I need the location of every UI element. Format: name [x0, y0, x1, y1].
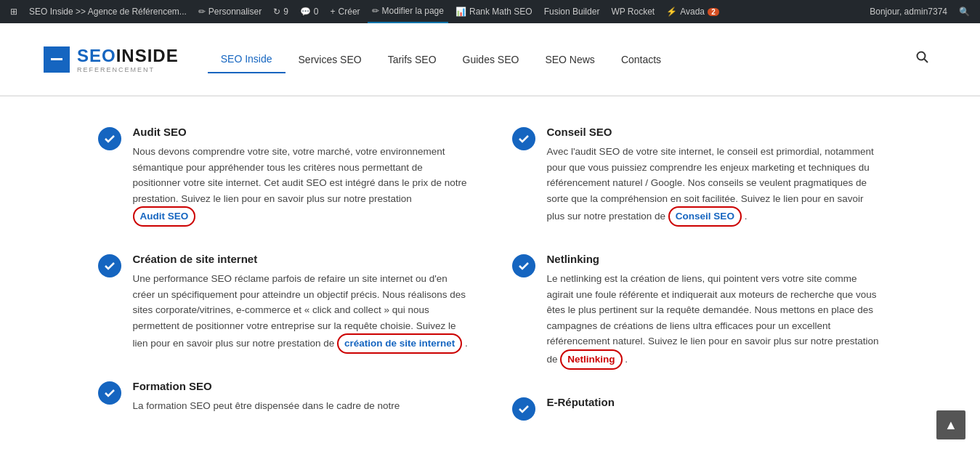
service-desc-audit-seo: Nous devons comprendre votre site, votre…	[133, 144, 469, 227]
nav-seo-news[interactable]: SEO News	[532, 46, 607, 73]
create-link[interactable]: + Créer	[326, 0, 365, 23]
service-title-e-reputation: E-Réputation	[547, 396, 615, 408]
scroll-top-icon: ▲	[944, 418, 957, 433]
nav-seo-inside[interactable]: SEO Inside	[208, 46, 286, 73]
avada-badge: 2	[708, 8, 719, 16]
service-content-conseil-seo: Conseil SEO Avec l'audit SEO de votre si…	[547, 126, 883, 227]
fusion-builder-link[interactable]: Fusion Builder	[540, 0, 604, 23]
main-nav: SEO Inside Services SEO Tarifs SEO Guide…	[208, 46, 909, 73]
user-greeting-text: Bonjour, admin7374	[870, 7, 947, 17]
service-creation-site: Création de site internet Une performanc…	[98, 253, 469, 354]
rank-math-link[interactable]: 📊 Rank Math SEO	[451, 0, 537, 23]
customize-link[interactable]: ✏ Personnaliser	[194, 0, 266, 23]
site-name-link[interactable]: SEO Inside >> Agence de Référencem...	[25, 0, 191, 23]
wordpress-icon: ⊞	[10, 7, 17, 17]
service-content-audit-seo: Audit SEO Nous devons comprendre votre s…	[133, 126, 469, 227]
wp-rocket-link[interactable]: WP Rocket	[607, 0, 659, 23]
logo-seo: SEO	[77, 46, 116, 65]
comments-link[interactable]: 💬 0	[296, 0, 323, 23]
logo-tagline: REFERENCEMENT	[77, 66, 179, 73]
service-icon-formation-seo	[98, 381, 121, 405]
customize-label: Personnaliser	[208, 7, 262, 17]
content-area: Audit SEO Nous devons comprendre votre s…	[54, 97, 926, 454]
conseil-seo-link-circle: Conseil SEO	[668, 211, 745, 222]
service-icon-audit-seo	[98, 127, 121, 150]
user-greeting-link[interactable]: Bonjour, admin7374	[865, 0, 952, 23]
site-header: SEOINSIDE REFERENCEMENT SEO Inside Servi…	[0, 23, 980, 96]
netlinking-link[interactable]: Netlinking	[560, 349, 622, 370]
creation-site-link-circle: création de site internet	[337, 338, 465, 349]
logo-box	[44, 46, 70, 73]
nav-guides-seo[interactable]: Guides SEO	[450, 46, 532, 73]
creation-site-link[interactable]: création de site internet	[337, 333, 462, 354]
checkmark-icon	[104, 133, 116, 145]
service-desc-formation-seo: La formation SEO peut être dispensée dan…	[133, 398, 400, 414]
service-content-formation-seo: Formation SEO La formation SEO peut être…	[133, 380, 400, 414]
search-icon	[916, 51, 929, 64]
checkmark-icon-4	[518, 133, 530, 145]
site-wrapper: SEOINSIDE REFERENCEMENT SEO Inside Servi…	[0, 23, 980, 454]
site-name-text: SEO Inside >> Agence de Référencem...	[29, 7, 187, 17]
create-icon: +	[331, 7, 336, 17]
search-button[interactable]	[909, 44, 936, 75]
admin-bar: ⊞ SEO Inside >> Agence de Référencem... …	[0, 0, 980, 23]
checkmark-icon-5	[518, 260, 530, 272]
conseil-seo-link[interactable]: Conseil SEO	[668, 206, 742, 227]
create-label: Créer	[339, 7, 360, 17]
service-desc-conseil-seo: Avec l'audit SEO de votre site internet,…	[547, 144, 883, 227]
service-content-e-reputation: E-Réputation	[547, 396, 615, 414]
service-formation-seo: Formation SEO La formation SEO peut être…	[98, 380, 469, 414]
updates-icon: ↻	[273, 7, 280, 17]
nav-tarifs-seo[interactable]: Tarifs SEO	[375, 46, 450, 73]
checkmark-icon-6	[518, 403, 530, 415]
logo-inside: INSIDE	[116, 46, 179, 65]
logo-icon	[49, 52, 64, 67]
right-column: Conseil SEO Avec l'audit SEO de votre si…	[512, 126, 883, 447]
rank-math-icon: 📊	[455, 7, 466, 17]
edit-page-link[interactable]: ✏ Modifier la page	[368, 0, 448, 23]
service-audit-seo: Audit SEO Nous devons comprendre votre s…	[98, 126, 469, 227]
audit-seo-link-circle: Audit SEO	[133, 211, 196, 222]
service-title-audit-seo: Audit SEO	[133, 126, 469, 138]
service-content-netlinking: Netlinking Le netlinking est la création…	[547, 253, 883, 370]
service-title-creation-site: Création de site internet	[133, 253, 469, 265]
service-icon-creation-site	[98, 254, 121, 277]
edit-page-icon: ✏	[372, 6, 379, 16]
avada-link[interactable]: ⚡ Avada 2	[662, 0, 724, 23]
svg-line-3	[924, 59, 928, 62]
comments-icon: 💬	[300, 7, 311, 17]
logo-title: SEOINSIDE	[77, 46, 179, 66]
nav-services-seo[interactable]: Services SEO	[286, 46, 375, 73]
checkmark-icon-3	[104, 387, 116, 399]
updates-count: 9	[283, 7, 288, 17]
avada-label: Avada	[680, 7, 705, 17]
avada-icon: ⚡	[666, 7, 677, 17]
admin-bar-right: Bonjour, admin7374 🔍	[865, 0, 974, 23]
checkmark-icon-2	[104, 260, 116, 272]
netlinking-link-circle: Netlinking	[560, 354, 625, 365]
audit-seo-link[interactable]: Audit SEO	[133, 206, 196, 227]
comments-count: 0	[314, 7, 319, 17]
left-column: Audit SEO Nous devons comprendre votre s…	[98, 126, 469, 447]
service-title-conseil-seo: Conseil SEO	[547, 126, 883, 138]
wp-rocket-label: WP Rocket	[611, 7, 655, 17]
service-title-formation-seo: Formation SEO	[133, 380, 400, 392]
svg-point-2	[918, 52, 926, 60]
service-desc-netlinking: Le netlinking est la création de liens, …	[547, 271, 883, 370]
nav-contacts[interactable]: Contacts	[608, 46, 674, 73]
wordpress-menu[interactable]: ⊞	[6, 0, 22, 23]
service-desc-creation-site: Une performance SEO réclame parfois de r…	[133, 271, 469, 354]
service-e-reputation: E-Réputation	[512, 396, 883, 421]
logo-text: SEOINSIDE REFERENCEMENT	[77, 46, 179, 73]
updates-link[interactable]: ↻ 9	[269, 0, 293, 23]
service-netlinking: Netlinking Le netlinking est la création…	[512, 253, 883, 370]
search-admin-button[interactable]: 🔍	[955, 0, 974, 23]
service-icon-e-reputation	[512, 397, 535, 421]
scroll-to-top-button[interactable]: ▲	[936, 410, 965, 439]
logo-area[interactable]: SEOINSIDE REFERENCEMENT	[44, 46, 179, 73]
svg-rect-1	[51, 58, 62, 60]
service-content-creation-site: Création de site internet Une performanc…	[133, 253, 469, 354]
service-icon-conseil-seo	[512, 127, 535, 150]
rank-math-label: Rank Math SEO	[469, 7, 532, 17]
service-conseil-seo: Conseil SEO Avec l'audit SEO de votre si…	[512, 126, 883, 227]
